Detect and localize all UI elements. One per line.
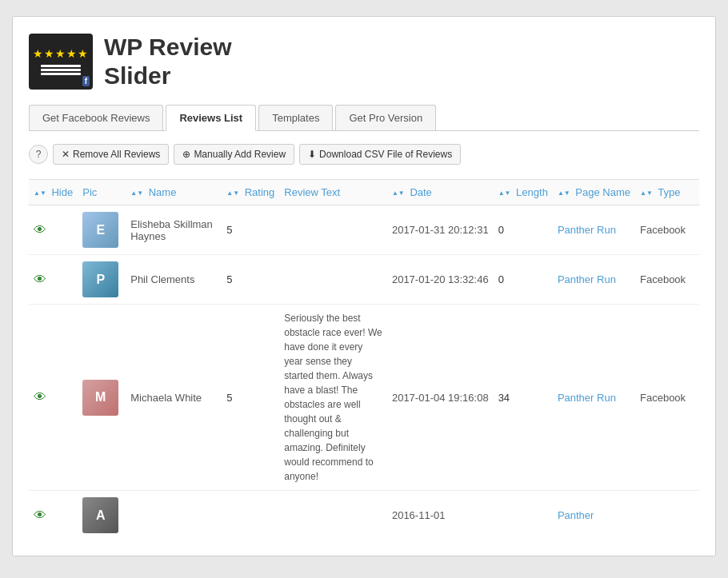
page-name: Panther Run: [558, 273, 616, 285]
tab-bar: Get Facebook Reviews Reviews List Templa…: [29, 105, 699, 131]
avatar: P: [82, 261, 118, 297]
visibility-toggle[interactable]: 👁: [34, 223, 46, 237]
tab-templates[interactable]: Templates: [258, 105, 333, 130]
avatar: E: [82, 212, 118, 248]
main-container: ★★★★★ f WP Review Slider Get Facebook Re…: [12, 16, 716, 556]
avatar-initial: M: [95, 390, 106, 405]
sort-arrows-length: ▲▼: [498, 190, 511, 197]
help-button[interactable]: ?: [29, 145, 48, 164]
page-name: Panther Run: [558, 224, 616, 236]
col-header-hide[interactable]: ▲▼ Hide: [29, 180, 78, 205]
reviewer-name: Elisheba Skillman Haynes: [130, 218, 213, 242]
logo-facebook-badge: f: [82, 76, 90, 86]
rating-value: 5: [226, 224, 232, 236]
avatar-initial: P: [96, 273, 105, 287]
tab-reviews-list[interactable]: Reviews List: [166, 105, 256, 131]
avatar: A: [82, 497, 118, 533]
page-name: Panther Run: [558, 392, 616, 404]
app-logo: ★★★★★ f: [29, 34, 93, 90]
table-row: 👁MMichaela White5Seriously the best obst…: [29, 305, 699, 491]
col-header-page-name[interactable]: ▲▼ Page Name: [553, 180, 635, 205]
col-header-pic: Pic: [78, 180, 126, 205]
download-csv-label: Download CSV File of Reviews: [319, 149, 452, 160]
manually-add-button[interactable]: ⊕ Manually Add Review: [174, 144, 294, 165]
visibility-toggle[interactable]: 👁: [34, 273, 46, 286]
col-header-date[interactable]: ▲▼ Date: [387, 180, 494, 205]
review-length: 0: [498, 224, 504, 236]
sort-arrows-rating: ▲▼: [226, 190, 239, 197]
reviews-table: ▲▼ Hide Pic ▲▼ Name ▲▼ Rating Review Tex…: [29, 179, 699, 540]
avatar-initial: A: [96, 508, 106, 523]
review-length: 34: [498, 392, 510, 404]
review-type: Facebook: [640, 224, 686, 236]
add-icon: ⊕: [182, 149, 190, 160]
col-header-rating[interactable]: ▲▼ Rating: [222, 180, 279, 205]
app-header: ★★★★★ f WP Review Slider: [29, 33, 699, 90]
review-date: 2016-11-01: [392, 509, 446, 521]
logo-stars: ★★★★★: [33, 47, 89, 60]
review-type: Facebook: [640, 392, 686, 404]
app-title: WP Review Slider: [104, 33, 232, 90]
toolbar: ? ✕ Remove All Reviews ⊕ Manually Add Re…: [29, 139, 699, 169]
col-header-length[interactable]: ▲▼ Length: [494, 180, 553, 205]
col-header-type[interactable]: ▲▼ Type: [635, 180, 699, 205]
review-text: Seriously the best obstacle race ever! W…: [284, 313, 382, 482]
sort-arrows-type: ▲▼: [640, 190, 653, 197]
table-row: 👁A2016-11-01Panther: [29, 491, 699, 540]
manually-add-label: Manually Add Review: [194, 149, 286, 160]
remove-all-label: Remove All Reviews: [73, 149, 160, 160]
col-header-name[interactable]: ▲▼ Name: [126, 180, 222, 205]
sort-arrows-date: ▲▼: [392, 190, 405, 197]
review-length: 0: [498, 273, 504, 285]
table-row: 👁PPhil Clements52017-01-20 13:32:460Pant…: [29, 255, 699, 305]
remove-icon: ✕: [62, 149, 70, 160]
remove-all-button[interactable]: ✕ Remove All Reviews: [53, 144, 169, 165]
sort-arrows-page-name: ▲▼: [558, 190, 570, 197]
table-row: 👁EElisheba Skillman Haynes52017-01-31 20…: [29, 205, 699, 255]
visibility-toggle[interactable]: 👁: [34, 508, 46, 522]
sort-arrows-hide: ▲▼: [34, 190, 46, 197]
rating-value: 5: [226, 273, 232, 285]
logo-lines: [41, 63, 81, 77]
col-header-review: Review Text: [279, 180, 387, 205]
tab-get-facebook[interactable]: Get Facebook Reviews: [29, 105, 163, 130]
review-date: 2017-01-20 13:32:46: [392, 273, 489, 285]
reviewer-name: Phil Clements: [130, 273, 194, 285]
rating-value: 5: [226, 392, 232, 404]
sort-arrows-name: ▲▼: [130, 190, 143, 197]
download-csv-button[interactable]: ⬇ Download CSV File of Reviews: [299, 144, 461, 165]
avatar: M: [82, 380, 118, 416]
reviewer-name: Michaela White: [130, 392, 202, 404]
visibility-toggle[interactable]: 👁: [34, 390, 46, 404]
tab-get-pro[interactable]: Get Pro Version: [335, 105, 436, 130]
review-type: Facebook: [640, 273, 686, 285]
review-date: 2017-01-04 19:16:08: [392, 392, 489, 404]
download-icon: ⬇: [308, 149, 316, 160]
avatar-initial: E: [96, 223, 105, 237]
review-date: 2017-01-31 20:12:31: [392, 224, 489, 236]
page-name: Panther: [558, 509, 594, 521]
